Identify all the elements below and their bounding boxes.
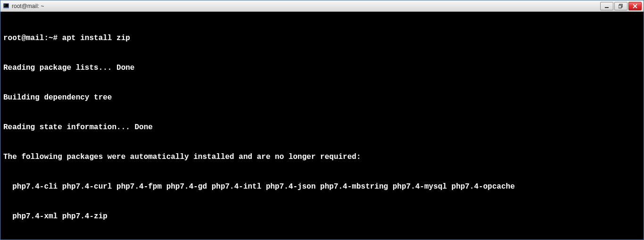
close-button[interactable] [628,2,642,10]
minimize-button[interactable] [600,2,613,10]
output-line: php7.4-xml php7.4-zip [3,212,641,222]
output-line: The following packages were automaticall… [3,152,641,162]
output-line: Reading state information... Done [3,123,641,132]
window-titlebar[interactable]: root@mail: ~ [0,0,644,12]
output-line: Reading package lists... Done [3,63,641,73]
svg-rect-4 [605,7,609,8]
putty-window: root@mail: ~ root@mail:~# apt install zi… [0,0,644,240]
terminal-area[interactable]: root@mail:~# apt install zip Reading pac… [0,12,644,240]
shell-prompt: root@mail:~# [3,34,62,42]
output-line: php7.4-cli php7.4-curl php7.4-fpm php7.4… [3,182,641,192]
svg-rect-1 [4,4,8,7]
window-controls [600,2,642,10]
command-line: root@mail:~# apt install zip [3,33,641,43]
svg-rect-6 [619,5,621,8]
window-title: root@mail: ~ [12,3,600,9]
maximize-button[interactable] [614,2,627,10]
svg-rect-2 [5,5,6,5]
svg-rect-3 [3,8,9,9]
putty-icon [2,2,10,10]
command-text: apt install zip [62,34,130,42]
output-line: Building dependency tree [3,93,641,103]
